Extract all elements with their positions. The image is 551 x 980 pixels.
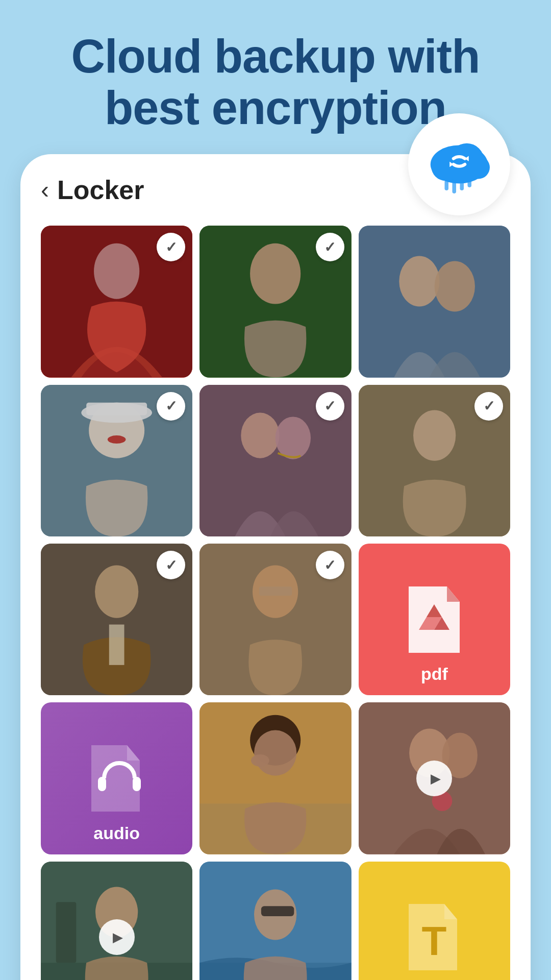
svg-point-29 xyxy=(95,566,138,618)
checkmark-icon[interactable] xyxy=(316,392,344,421)
svg-rect-15 xyxy=(359,226,510,377)
svg-rect-46 xyxy=(41,963,192,980)
text-item[interactable]: T text xyxy=(359,862,510,980)
svg-point-38 xyxy=(250,715,300,766)
svg-rect-49 xyxy=(199,862,351,980)
grid-item[interactable] xyxy=(41,385,192,536)
svg-point-19 xyxy=(89,402,144,458)
locker-title: Locker xyxy=(57,175,144,205)
svg-rect-6 xyxy=(460,180,464,190)
svg-rect-7 xyxy=(468,180,472,187)
svg-point-25 xyxy=(276,416,311,459)
svg-point-13 xyxy=(250,243,300,304)
grid-item[interactable] xyxy=(359,385,510,536)
grid-item[interactable] xyxy=(41,544,192,695)
svg-point-20 xyxy=(81,402,152,423)
grid-item[interactable] xyxy=(359,226,510,377)
svg-point-24 xyxy=(241,412,280,458)
svg-rect-37 xyxy=(199,804,351,854)
svg-point-22 xyxy=(108,435,126,444)
cloud-backup-icon[interactable] xyxy=(408,113,510,215)
svg-rect-4 xyxy=(445,180,449,190)
svg-point-17 xyxy=(434,261,474,312)
play-button[interactable] xyxy=(416,761,452,796)
video-item[interactable] xyxy=(41,862,192,980)
grid-item[interactable] xyxy=(199,544,351,695)
svg-rect-30 xyxy=(109,625,124,665)
checkmark-icon[interactable] xyxy=(157,551,185,579)
svg-rect-5 xyxy=(453,180,457,193)
svg-point-16 xyxy=(399,256,439,307)
grid-item[interactable] xyxy=(199,226,351,377)
checkmark-icon[interactable] xyxy=(157,233,185,261)
video-item[interactable] xyxy=(359,702,510,854)
grid-item[interactable] xyxy=(199,862,351,980)
grid-item[interactable] xyxy=(199,385,351,536)
grid-item[interactable] xyxy=(41,226,192,377)
play-button[interactable] xyxy=(99,919,135,955)
audio-label: audio xyxy=(93,823,140,843)
svg-point-3 xyxy=(467,156,490,179)
media-grid: pdf audio xyxy=(41,226,510,980)
pdf-label: pdf xyxy=(421,664,448,684)
checkmark-icon[interactable] xyxy=(474,392,503,421)
svg-point-39 xyxy=(254,730,296,776)
svg-rect-21 xyxy=(86,402,147,415)
svg-point-51 xyxy=(254,889,296,940)
svg-rect-48 xyxy=(56,902,77,963)
svg-point-40 xyxy=(251,754,269,767)
checkmark-icon[interactable] xyxy=(316,551,344,579)
svg-rect-52 xyxy=(261,906,294,916)
svg-rect-33 xyxy=(259,586,292,596)
checkmark-icon[interactable] xyxy=(157,392,185,421)
svg-point-11 xyxy=(94,243,139,299)
svg-rect-50 xyxy=(199,963,351,980)
back-button[interactable]: ‹ xyxy=(41,178,49,202)
audio-item[interactable]: audio xyxy=(41,702,192,854)
checkmark-icon[interactable] xyxy=(316,233,344,261)
svg-point-27 xyxy=(413,410,456,460)
svg-rect-34 xyxy=(98,777,106,791)
phone-card: ‹ Locker xyxy=(20,154,531,980)
svg-text:T: T xyxy=(422,918,447,964)
svg-rect-36 xyxy=(199,702,351,854)
svg-point-32 xyxy=(253,566,298,618)
svg-rect-35 xyxy=(133,777,141,791)
grid-item[interactable] xyxy=(199,702,351,854)
pdf-item[interactable]: pdf xyxy=(359,544,510,695)
